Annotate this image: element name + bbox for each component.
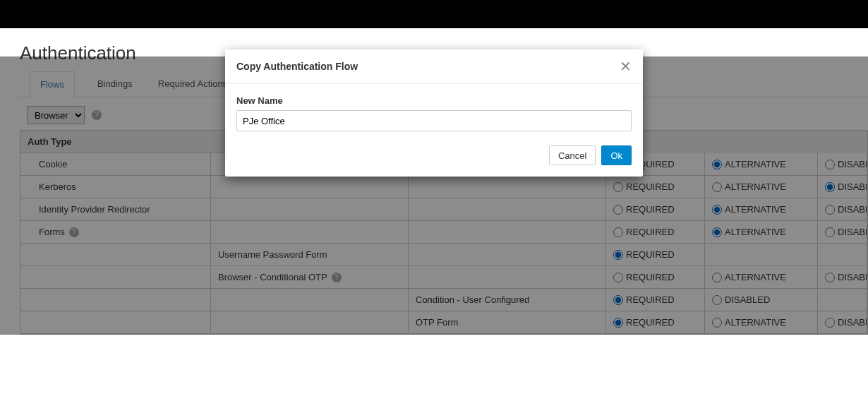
new-name-input[interactable] (236, 110, 632, 131)
cancel-button[interactable]: Cancel (549, 145, 596, 165)
ok-button[interactable]: Ok (601, 145, 632, 165)
new-name-label: New Name (236, 95, 632, 106)
close-icon[interactable]: ✕ (620, 58, 632, 75)
modal-title: Copy Authentication Flow (236, 61, 358, 72)
copy-flow-modal: Copy Authentication Flow ✕ New Name Canc… (225, 49, 643, 177)
app-top-bar (0, 0, 868, 28)
